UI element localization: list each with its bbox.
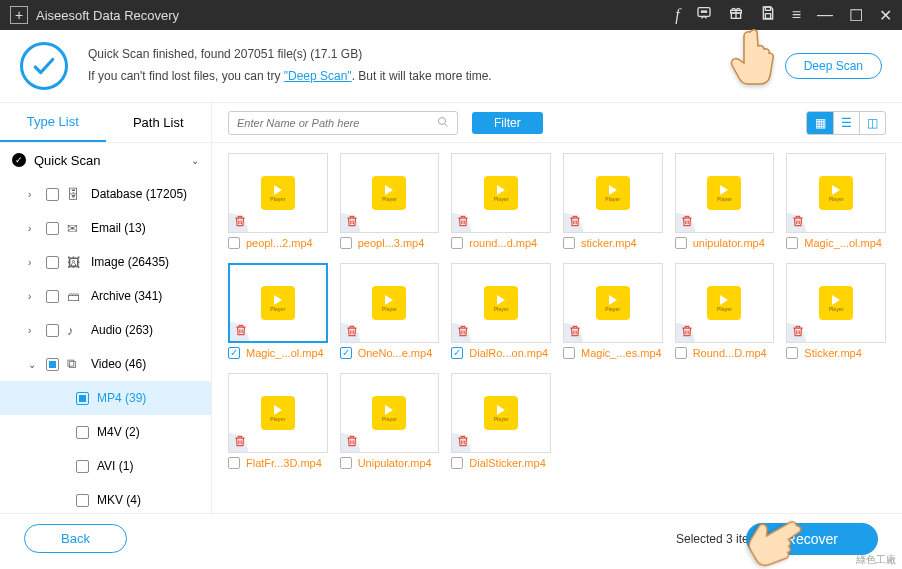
checkbox-icon[interactable]: ✓ (12, 153, 26, 167)
file-card[interactable]: Player Magic_...ol.mp4 (786, 153, 886, 249)
chevron-right-icon[interactable]: › (28, 189, 38, 200)
player-icon: Player (596, 176, 630, 210)
tree-child[interactable]: M4V (2) (0, 415, 211, 449)
file-card[interactable]: Player OneNo...e.mp4 (340, 263, 440, 359)
file-thumb[interactable]: Player (786, 153, 886, 233)
file-checkbox[interactable] (563, 237, 575, 249)
tree-node[interactable]: ⌄ ⧉ Video (46) (0, 347, 211, 381)
file-thumb[interactable]: Player (563, 153, 663, 233)
gift-icon[interactable] (728, 5, 744, 25)
file-thumb[interactable]: Player (563, 263, 663, 343)
file-card[interactable]: Player FlatFr...3D.mp4 (228, 373, 328, 469)
chevron-right-icon[interactable]: › (28, 291, 38, 302)
file-thumb[interactable]: Player (786, 263, 886, 343)
save-icon[interactable] (760, 5, 776, 25)
tree-node[interactable]: › ♪ Audio (263) (0, 313, 211, 347)
minimize-icon[interactable]: — (817, 6, 833, 24)
checkbox[interactable] (76, 392, 89, 405)
file-checkbox[interactable] (228, 347, 240, 359)
trash-icon (345, 214, 359, 228)
tree-node[interactable]: › 🗃 Archive (341) (0, 279, 211, 313)
recover-button[interactable]: Recover (746, 523, 878, 555)
checkbox[interactable] (46, 358, 59, 371)
tab-path-list[interactable]: Path List (106, 103, 212, 142)
file-checkbox[interactable] (228, 237, 240, 249)
tree-node[interactable]: › ✉ Email (13) (0, 211, 211, 245)
checkbox[interactable] (46, 222, 59, 235)
back-button[interactable]: Back (24, 524, 127, 553)
root-node[interactable]: ✓ Quick Scan ⌄ (0, 143, 211, 177)
checkbox[interactable] (76, 460, 89, 473)
file-checkbox[interactable] (340, 347, 352, 359)
deep-scan-link[interactable]: "Deep Scan" (284, 69, 352, 83)
file-card[interactable]: Player round...d.mp4 (451, 153, 551, 249)
checkbox[interactable] (46, 256, 59, 269)
search-icon[interactable] (437, 114, 449, 132)
checkbox[interactable] (76, 494, 89, 507)
file-checkbox[interactable] (228, 457, 240, 469)
file-checkbox[interactable] (451, 457, 463, 469)
search-box[interactable] (228, 111, 458, 135)
file-card[interactable]: Player Unipulator.mp4 (340, 373, 440, 469)
file-card[interactable]: Player sticker.mp4 (563, 153, 663, 249)
feedback-icon[interactable] (696, 5, 712, 25)
file-card[interactable]: Player DialRo...on.mp4 (451, 263, 551, 359)
tab-type-list[interactable]: Type List (0, 103, 106, 142)
file-thumb[interactable]: Player (228, 263, 328, 343)
view-detail-icon[interactable]: ◫ (859, 112, 885, 134)
search-input[interactable] (237, 117, 437, 129)
svg-line-9 (445, 123, 448, 126)
view-grid-icon[interactable]: ▦ (807, 112, 833, 134)
tree-node[interactable]: › 🖼 Image (26435) (0, 245, 211, 279)
maximize-icon[interactable]: ☐ (849, 6, 863, 25)
file-thumb[interactable]: Player (340, 153, 440, 233)
tree-child[interactable]: MP4 (39) (0, 381, 211, 415)
file-thumb[interactable]: Player (228, 373, 328, 453)
tree-child[interactable]: MKV (4) (0, 483, 211, 513)
tree-node[interactable]: › 🗄 Database (17205) (0, 177, 211, 211)
checkbox[interactable] (46, 324, 59, 337)
menu-icon[interactable]: ≡ (792, 6, 801, 24)
chevron-right-icon[interactable]: › (28, 257, 38, 268)
checkbox[interactable] (46, 290, 59, 303)
file-card[interactable]: Player unipulator.mp4 (675, 153, 775, 249)
file-card[interactable]: Player Sticker.mp4 (786, 263, 886, 359)
file-checkbox[interactable] (786, 347, 798, 359)
chevron-down-icon[interactable]: ⌄ (28, 359, 38, 370)
file-checkbox[interactable] (340, 457, 352, 469)
facebook-icon[interactable]: f (675, 6, 679, 24)
file-card[interactable]: Player DialSticker.mp4 (451, 373, 551, 469)
file-thumb[interactable]: Player (451, 373, 551, 453)
view-list-icon[interactable]: ☰ (833, 112, 859, 134)
checkbox[interactable] (76, 426, 89, 439)
filter-button[interactable]: Filter (472, 112, 543, 134)
file-checkbox[interactable] (451, 237, 463, 249)
file-thumb[interactable]: Player (228, 153, 328, 233)
file-checkbox[interactable] (786, 237, 798, 249)
tree-child[interactable]: AVI (1) (0, 449, 211, 483)
file-card[interactable]: Player Magic_...es.mp4 (563, 263, 663, 359)
file-thumb[interactable]: Player (340, 373, 440, 453)
chevron-right-icon[interactable]: › (28, 325, 38, 336)
file-card[interactable]: Player Round...D.mp4 (675, 263, 775, 359)
chevron-down-icon[interactable]: ⌄ (191, 155, 201, 166)
file-thumb[interactable]: Player (675, 263, 775, 343)
player-icon: Player (484, 396, 518, 430)
file-card[interactable]: Player peopl...2.mp4 (228, 153, 328, 249)
chevron-right-icon[interactable]: › (28, 223, 38, 234)
file-card[interactable]: Player Magic_...ol.mp4 (228, 263, 328, 359)
file-checkbox[interactable] (563, 347, 575, 359)
deep-scan-button[interactable]: Deep Scan (785, 53, 882, 79)
file-checkbox[interactable] (451, 347, 463, 359)
file-thumb[interactable]: Player (451, 153, 551, 233)
file-card[interactable]: Player peopl...3.mp4 (340, 153, 440, 249)
file-thumb[interactable]: Player (675, 153, 775, 233)
file-thumb[interactable]: Player (340, 263, 440, 343)
file-thumb[interactable]: Player (451, 263, 551, 343)
file-name: peopl...3.mp4 (358, 237, 425, 249)
close-icon[interactable]: ✕ (879, 6, 892, 25)
checkbox[interactable] (46, 188, 59, 201)
file-checkbox[interactable] (675, 237, 687, 249)
file-checkbox[interactable] (675, 347, 687, 359)
file-checkbox[interactable] (340, 237, 352, 249)
